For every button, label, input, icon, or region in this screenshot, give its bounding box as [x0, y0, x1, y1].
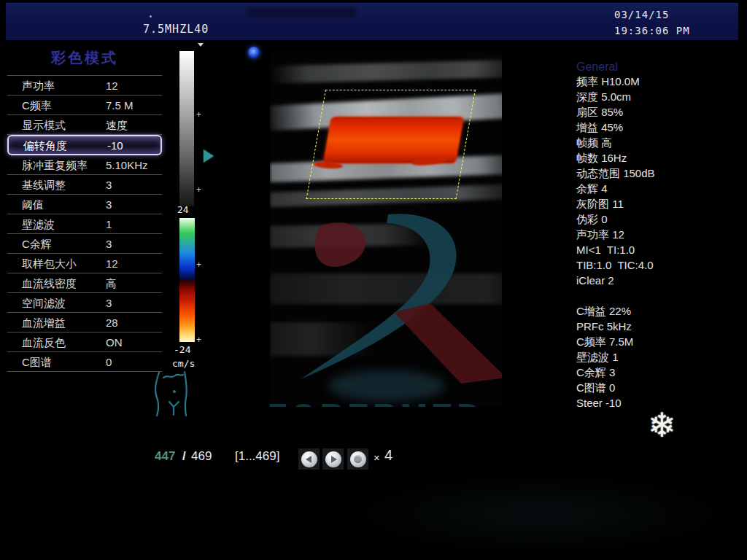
parameter-row[interactable]: C频率7.5 M — [7, 96, 162, 115]
info-line: C增益 22% — [576, 305, 740, 320]
tissue-band — [270, 59, 502, 83]
depth-tick-marker: + — [196, 111, 201, 118]
parameter-value: 速度 — [106, 119, 128, 133]
parameter-value: 12 — [106, 79, 118, 92]
info-line: 壁滤波 1 — [576, 351, 740, 366]
parameter-row[interactable]: C图谱0 — [7, 352, 162, 372]
parameter-label: C余辉 — [22, 238, 52, 252]
parameter-value: 3 — [106, 297, 112, 309]
topbar-smudge — [247, 7, 356, 17]
info-line: 声功率 12 — [576, 228, 740, 244]
info-line: MI<1 TI:1.0 — [576, 244, 740, 259]
parameter-value: ON — [106, 336, 123, 349]
parameter-row[interactable]: 取样包大小12 — [7, 254, 162, 273]
parameter-row[interactable]: 显示模式速度 — [7, 115, 162, 135]
current-frame-number: 447 — [155, 449, 175, 464]
parameter-value: 高 — [106, 277, 117, 291]
button-disc — [301, 451, 317, 467]
previous-icon — [306, 456, 311, 463]
info-line: 余辉 4 — [576, 182, 740, 198]
stop-icon — [354, 455, 362, 463]
playback-speed-value: 4 — [384, 447, 392, 464]
info-line: 帧频 高 — [576, 136, 740, 152]
parameter-row[interactable]: 脉冲重复频率5.10KHz — [7, 155, 162, 175]
frame-separator: / — [182, 449, 186, 464]
info-line: 频率 H10.0M — [576, 75, 740, 90]
parameter-label: 基线调整 — [22, 179, 66, 192]
parameter-label: 空间滤波 — [22, 297, 66, 311]
previous-frame-button[interactable] — [298, 448, 320, 470]
probe-orientation-marker — [198, 43, 204, 47]
doppler-color-bar — [179, 218, 195, 342]
info-line: 深度 5.0cm — [576, 90, 740, 106]
ultrasound-screen: 7.5MHZL40 03/14/15 19:36:06 PM 彩色模式 声功率1… — [0, 0, 747, 560]
parameter-value: 28 — [106, 316, 118, 329]
parameter-label: 壁滤波 — [22, 218, 55, 232]
info-line: 动态范围 150dB — [576, 167, 740, 182]
button-disc — [350, 451, 366, 467]
parameter-label: 阈值 — [22, 198, 44, 212]
watermark-text: FORERMED — [270, 397, 502, 407]
info-line: C图谱 0 — [576, 381, 740, 397]
orientation-led-icon — [248, 47, 260, 58]
parameter-value: 12 — [106, 257, 118, 270]
parameter-row[interactable]: C余辉3 — [7, 234, 162, 254]
play-icon — [331, 456, 337, 463]
parameter-value: 3 — [106, 198, 112, 211]
play-button[interactable] — [322, 448, 344, 470]
info-line: C频率 7.5M — [576, 335, 740, 351]
velocity-min-label: -24 — [174, 344, 190, 355]
freeze-snowflake-icon: ❄ — [648, 405, 676, 445]
parameter-label: 声功率 — [22, 79, 55, 93]
total-frame-number: 469 — [191, 449, 212, 464]
parameter-label: 脉冲重复频率 — [22, 159, 88, 173]
general-panel-title: General — [576, 61, 618, 74]
parameter-row[interactable]: 基线调整3 — [7, 175, 162, 195]
focus-position-arrow — [204, 149, 214, 163]
stop-button[interactable] — [347, 448, 368, 470]
info-line: 扇区 85% — [576, 106, 740, 121]
parameter-label: 血流反色 — [22, 336, 66, 350]
velocity-max-label: 24 — [177, 204, 189, 215]
info-line: iClear 2 — [576, 274, 740, 289]
parameter-row[interactable]: 阈值3 — [7, 195, 162, 214]
ultrasound-image[interactable]: FORERMED — [270, 51, 502, 407]
parameter-row[interactable]: 壁滤波1 — [7, 214, 162, 234]
depth-tick-marker: + — [196, 186, 201, 193]
parameter-label: 血流增益 — [22, 316, 66, 330]
parameter-label: 显示模式 — [22, 119, 66, 133]
parameter-value: 5.10KHz — [106, 159, 148, 171]
info-line: PRFc 5kHz — [576, 320, 740, 335]
depth-tick-marker: + — [196, 261, 201, 268]
depth-tick-marker: + — [196, 336, 201, 343]
grayscale-bar — [179, 51, 194, 206]
info-line: 增益 45% — [576, 121, 740, 136]
parameter-list: 声功率12C频率7.5 M显示模式速度偏转角度-10脉冲重复频率5.10KHz基… — [7, 75, 162, 372]
button-disc — [325, 451, 341, 467]
system-time: 19:36:06 PM — [614, 25, 690, 36]
parameter-value: 1 — [106, 218, 112, 230]
playback-speed-times-symbol: × — [374, 451, 380, 464]
parameter-label: C频率 — [22, 99, 52, 113]
info-line — [576, 289, 740, 305]
parameter-label: 偏转角度 — [23, 139, 67, 153]
parameter-row[interactable]: 偏转角度-10 — [7, 135, 162, 155]
screen-glow — [350, 474, 729, 554]
parameter-value: 3 — [106, 179, 112, 191]
forermed-logo-watermark — [279, 213, 502, 402]
info-line: TIB:1.0 TIC:4.0 — [576, 259, 740, 274]
parameter-row[interactable]: 血流增益28 — [7, 313, 162, 332]
parameter-row[interactable]: 血流线密度高 — [7, 273, 162, 293]
parameter-row[interactable]: 空间滤波3 — [7, 293, 162, 313]
parameter-label: C图谱 — [22, 356, 52, 370]
parameter-row[interactable]: 声功率12 — [7, 76, 162, 96]
info-line: C余辉 3 — [576, 366, 740, 381]
parameter-value: 0 — [106, 356, 112, 368]
imaging-info-list: 频率 H10.0M深度 5.0cm扇区 85%增益 45%帧频 高帧数 16Hz… — [576, 75, 740, 412]
parameter-row[interactable]: 血流反色ON — [7, 332, 162, 352]
info-line: 灰阶图 11 — [576, 198, 740, 213]
body-marker-icon[interactable] — [147, 369, 198, 420]
probe-label: 7.5MHZL40 — [143, 23, 209, 36]
parameter-value: 3 — [106, 238, 112, 250]
velocity-unit-label: cm/s — [172, 358, 195, 369]
